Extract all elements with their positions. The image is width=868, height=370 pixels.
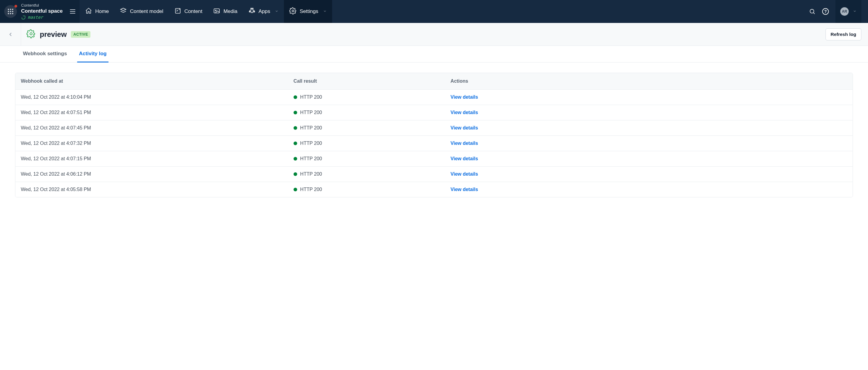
- tab-webhook-settings[interactable]: Webhook settings: [21, 46, 69, 62]
- media-icon: [213, 7, 220, 16]
- table-row: Wed, 12 Oct 2022 at 4:07:15 PMHTTP 200Vi…: [16, 151, 852, 166]
- tab-activity-log[interactable]: Activity log: [77, 46, 108, 62]
- space-meta: Contentful Contentful space master: [21, 3, 63, 20]
- cell-call-result: HTTP 200: [293, 171, 451, 177]
- cell-called-at: Wed, 12 Oct 2022 at 4:07:15 PM: [21, 156, 293, 162]
- refresh-log-button[interactable]: Refresh log: [826, 28, 861, 40]
- nav-media[interactable]: Media: [208, 0, 243, 23]
- result-text: HTTP 200: [300, 125, 322, 131]
- result-text: HTTP 200: [300, 94, 322, 100]
- view-details-link[interactable]: View details: [451, 156, 478, 161]
- topnav-right: ? AR: [802, 0, 868, 23]
- table-row: Wed, 12 Oct 2022 at 4:05:58 PMHTTP 200Vi…: [16, 182, 852, 197]
- status-success-icon: [293, 142, 297, 145]
- chevron-down-icon: [275, 8, 278, 15]
- cell-call-result: HTTP 200: [293, 110, 451, 115]
- webhook-gear-icon: [27, 29, 36, 39]
- activity-log-table: Webhook called at Call result Actions We…: [15, 73, 853, 197]
- view-details-link[interactable]: View details: [451, 125, 478, 131]
- page-title-group: preview ACTIVE: [21, 29, 90, 39]
- nav-settings-label: Settings: [300, 8, 318, 15]
- cell-call-result: HTTP 200: [293, 187, 451, 192]
- result-text: HTTP 200: [300, 156, 322, 162]
- chevron-down-icon: [853, 9, 857, 14]
- nav-home[interactable]: Home: [80, 0, 114, 23]
- table-row: Wed, 12 Oct 2022 at 4:06:12 PMHTTP 200Vi…: [16, 166, 852, 182]
- nav-content-model-label: Content model: [130, 8, 163, 15]
- table-row: Wed, 12 Oct 2022 at 4:07:45 PMHTTP 200Vi…: [16, 120, 852, 136]
- status-success-icon: [293, 126, 297, 130]
- search-icon: [809, 8, 815, 15]
- table-row: Wed, 12 Oct 2022 at 4:07:51 PMHTTP 200Vi…: [16, 105, 852, 120]
- content-area: Webhook called at Call result Actions We…: [0, 62, 868, 208]
- status-badge: ACTIVE: [71, 31, 90, 38]
- cell-call-result: HTTP 200: [293, 141, 451, 146]
- svg-point-5: [30, 33, 32, 35]
- col-call-result: Call result: [293, 79, 451, 84]
- status-success-icon: [293, 111, 297, 114]
- cell-called-at: Wed, 12 Oct 2022 at 4:06:12 PM: [21, 171, 293, 177]
- col-called-at: Webhook called at: [21, 79, 293, 84]
- drawer-toggle[interactable]: [70, 9, 75, 13]
- table-row: Wed, 12 Oct 2022 at 4:10:04 PMHTTP 200Vi…: [16, 89, 852, 105]
- user-menu[interactable]: AR: [835, 0, 861, 23]
- app-launcher-icon: [8, 9, 13, 14]
- nav-content-label: Content: [184, 8, 203, 15]
- view-details-link[interactable]: View details: [451, 94, 478, 99]
- settings-icon: [289, 7, 297, 16]
- cell-called-at: Wed, 12 Oct 2022 at 4:07:45 PM: [21, 125, 293, 131]
- space-name: Contentful space: [21, 8, 63, 14]
- table-row: Wed, 12 Oct 2022 at 4:07:32 PMHTTP 200Vi…: [16, 136, 852, 151]
- avatar: AR: [840, 7, 849, 16]
- cell-actions: View details: [451, 94, 847, 100]
- branch-icon: [21, 15, 26, 20]
- branch-label: master: [28, 15, 43, 20]
- apps-icon: [248, 7, 255, 16]
- nav-home-label: Home: [95, 8, 109, 15]
- svg-rect-1: [214, 9, 219, 13]
- cell-actions: View details: [451, 171, 847, 177]
- nav-content-model[interactable]: Content model: [114, 0, 169, 23]
- cell-actions: View details: [451, 125, 847, 131]
- view-details-link[interactable]: View details: [451, 171, 478, 176]
- chevron-left-icon: [7, 31, 13, 37]
- space-switcher: Contentful Contentful space master: [0, 0, 80, 23]
- space-branch: master: [21, 15, 63, 20]
- result-text: HTTP 200: [300, 187, 322, 192]
- nav-settings[interactable]: Settings: [284, 0, 332, 23]
- status-success-icon: [293, 157, 297, 161]
- nav-apps-label: Apps: [258, 8, 270, 15]
- cell-actions: View details: [451, 110, 847, 115]
- status-success-icon: [293, 188, 297, 191]
- help-icon: ?: [822, 8, 829, 15]
- search-button[interactable]: [809, 8, 815, 15]
- back-button[interactable]: [0, 23, 21, 46]
- tabs: Webhook settings Activity log: [0, 46, 868, 62]
- table-header: Webhook called at Call result Actions: [16, 73, 852, 89]
- nav-content[interactable]: Content: [169, 0, 208, 23]
- home-icon: [85, 7, 92, 16]
- page-title: preview: [40, 30, 67, 39]
- nav-apps[interactable]: Apps: [243, 0, 284, 23]
- content-model-icon: [120, 7, 127, 16]
- view-details-link[interactable]: View details: [451, 110, 478, 115]
- svg-point-4: [810, 9, 814, 13]
- cell-actions: View details: [451, 187, 847, 192]
- result-text: HTTP 200: [300, 141, 322, 146]
- primary-nav: Home Content model Content Media Apps: [80, 0, 332, 23]
- page-header: preview ACTIVE Refresh log: [0, 23, 868, 46]
- cell-called-at: Wed, 12 Oct 2022 at 4:05:58 PM: [21, 187, 293, 192]
- col-actions: Actions: [451, 79, 847, 84]
- result-text: HTTP 200: [300, 171, 322, 177]
- content-icon: [174, 7, 181, 16]
- cell-actions: View details: [451, 141, 847, 146]
- view-details-link[interactable]: View details: [451, 187, 478, 192]
- org-name: Contentful: [21, 3, 63, 8]
- chevron-down-icon: [323, 8, 327, 15]
- help-button[interactable]: ?: [822, 8, 829, 15]
- topnav: Contentful Contentful space master Home …: [0, 0, 868, 23]
- cell-call-result: HTTP 200: [293, 125, 451, 131]
- app-launcher-button[interactable]: [4, 5, 17, 18]
- result-text: HTTP 200: [300, 110, 322, 115]
- view-details-link[interactable]: View details: [451, 141, 478, 146]
